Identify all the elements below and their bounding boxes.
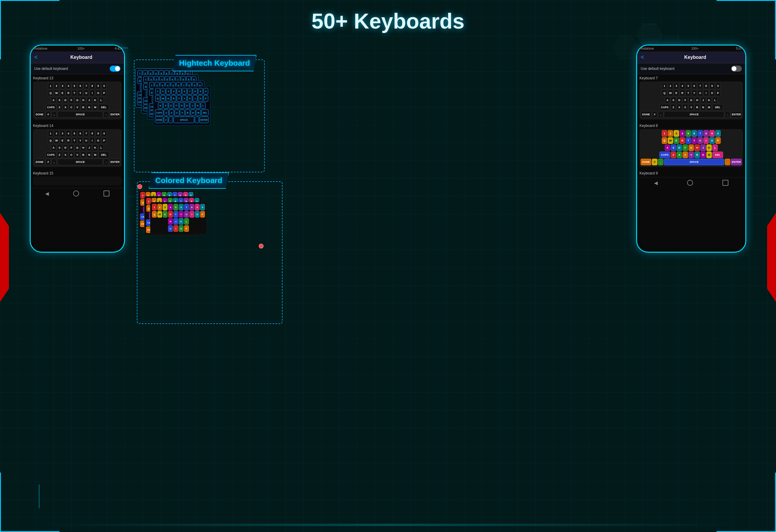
k14-q[interactable]: Q — [48, 137, 53, 144]
key-8[interactable]: 8 — [89, 83, 95, 89]
k8-8[interactable]: 8 — [704, 130, 709, 137]
k8-t[interactable]: T — [686, 137, 691, 144]
k8-l[interactable]: L — [712, 145, 718, 151]
default-kbd-toggle-right[interactable] — [731, 66, 742, 72]
k7-m[interactable]: M — [707, 104, 712, 110]
k8-p[interactable]: P — [715, 137, 721, 144]
k14-c[interactable]: C — [69, 152, 74, 158]
key-9[interactable]: 9 — [95, 83, 101, 89]
k7-n[interactable]: N — [701, 104, 706, 110]
k14-j[interactable]: J — [86, 145, 92, 151]
k8-x[interactable]: X — [676, 152, 682, 158]
k8-caps[interactable]: CAPS — [659, 152, 670, 158]
key-p[interactable]: P — [102, 90, 107, 96]
k8-j[interactable]: J — [701, 145, 706, 151]
k7-o[interactable]: O — [709, 90, 715, 96]
back-button-left[interactable]: < — [34, 54, 38, 61]
key-3[interactable]: 3 — [60, 83, 65, 89]
k14-k[interactable]: K — [92, 145, 98, 151]
k7-done[interactable]: DONE — [641, 111, 651, 118]
key-y[interactable]: Y — [77, 90, 83, 96]
k14-1[interactable]: 1 — [48, 130, 53, 137]
k14-2[interactable]: 2 — [54, 130, 59, 137]
key-2[interactable]: 2 — [54, 83, 59, 89]
k14-v[interactable]: V — [75, 152, 80, 158]
k8-s[interactable]: S — [671, 145, 676, 151]
k8-b[interactable]: B — [695, 152, 700, 158]
k8-d[interactable]: D — [676, 145, 682, 151]
k7-7[interactable]: 7 — [698, 83, 703, 89]
k7-9[interactable]: 9 — [709, 83, 715, 89]
kbd-preview-8[interactable]: 1234567890 QWERTYUIOP ASDFGHJKL CAPSZXCV… — [639, 129, 743, 167]
k8-2[interactable]: 2 — [668, 130, 673, 137]
key-0[interactable]: 0 — [102, 83, 107, 89]
k8-g[interactable]: G — [689, 145, 694, 151]
kbd-preview-14[interactable]: 1234567890 QWERTYUIOP ASDFGHJKL CAPSZXCV… — [33, 129, 122, 167]
key-f[interactable]: F — [69, 97, 74, 103]
k7-r[interactable]: R — [680, 90, 685, 96]
k14-3[interactable]: 3 — [60, 130, 65, 137]
default-kbd-toggle-left[interactable] — [110, 66, 121, 72]
k8-0[interactable]: 0 — [715, 130, 721, 137]
k7-hash[interactable]: # — [652, 111, 657, 118]
key-c[interactable]: C — [69, 104, 74, 110]
k8-r[interactable]: R — [680, 137, 685, 144]
k7-x[interactable]: X — [676, 104, 682, 110]
k8-w[interactable]: W — [668, 137, 673, 144]
key-j[interactable]: J — [86, 97, 92, 103]
k7-e[interactable]: E — [674, 90, 679, 96]
k14-m[interactable]: M — [92, 152, 98, 158]
nav-recent-left[interactable] — [104, 191, 110, 197]
key-z[interactable]: Z — [57, 104, 62, 110]
k8-1[interactable]: 1 — [662, 130, 667, 137]
k7-comma[interactable]: , — [658, 111, 663, 118]
k8-period[interactable]: . — [725, 159, 730, 165]
k14-done[interactable]: DONE — [34, 159, 45, 165]
k8-i[interactable]: I — [704, 137, 709, 144]
k7-k[interactable]: K — [707, 97, 712, 103]
k7-a[interactable]: A — [665, 97, 670, 103]
k14-t[interactable]: T — [72, 137, 77, 144]
k14-a[interactable]: A — [51, 145, 56, 151]
k7-f[interactable]: F — [683, 97, 688, 103]
key-t[interactable]: T — [72, 90, 77, 96]
k14-space[interactable]: SPACE — [57, 159, 103, 165]
k14-9[interactable]: 9 — [95, 130, 101, 137]
key-done-13[interactable]: DONE — [34, 111, 45, 118]
k14-caps[interactable]: CAPS — [45, 152, 56, 158]
k7-q[interactable]: Q — [662, 90, 667, 96]
k14-p[interactable]: P — [102, 137, 107, 144]
k7-w[interactable]: W — [668, 90, 673, 96]
k8-enter[interactable]: ENTER — [731, 159, 742, 165]
kbd-preview-13[interactable]: 1234567890 QWERTYUIOP ASDFGHJKL CAPSZXCV… — [33, 81, 122, 119]
key-g[interactable]: G — [75, 97, 80, 103]
k7-g[interactable]: G — [689, 97, 694, 103]
k7-4[interactable]: 4 — [680, 83, 685, 89]
k14-del[interactable]: DEL — [99, 152, 109, 158]
k8-del[interactable]: DEL — [712, 152, 723, 158]
k14-7[interactable]: 7 — [83, 130, 89, 137]
key-d[interactable]: D — [63, 97, 68, 103]
k14-u[interactable]: U — [83, 137, 89, 144]
key-5[interactable]: 5 — [72, 83, 77, 89]
k8-3[interactable]: 3 — [674, 130, 679, 137]
k7-v[interactable]: V — [689, 104, 694, 110]
key-o[interactable]: O — [95, 90, 101, 96]
key-space-13[interactable]: SPACE — [57, 111, 103, 118]
k8-c[interactable]: C — [683, 152, 688, 158]
k14-e[interactable]: E — [60, 137, 65, 144]
k7-y[interactable]: Y — [692, 90, 697, 96]
key-r[interactable]: R — [66, 90, 71, 96]
key-4[interactable]: 4 — [66, 83, 71, 89]
k7-b[interactable]: B — [695, 104, 700, 110]
key-x[interactable]: X — [63, 104, 68, 110]
k14-w[interactable]: W — [54, 137, 59, 144]
k8-e[interactable]: E — [674, 137, 679, 144]
k8-done[interactable]: DONE — [641, 159, 651, 165]
key-comma-13[interactable]: , — [51, 111, 57, 118]
k7-caps[interactable]: CAPS — [659, 104, 670, 110]
k7-s[interactable]: S — [671, 97, 676, 103]
key-del-13[interactable]: DEL — [99, 104, 109, 110]
k8-v[interactable]: V — [689, 152, 694, 158]
k14-4[interactable]: 4 — [66, 130, 71, 137]
